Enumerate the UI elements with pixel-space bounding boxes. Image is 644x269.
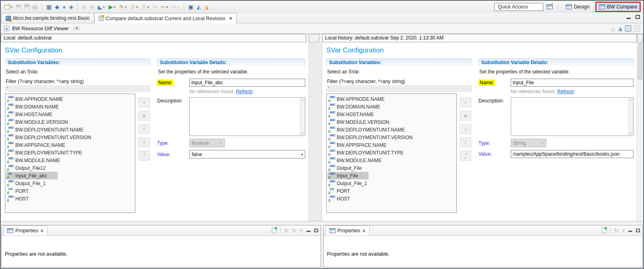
scroll-up-icon[interactable]: ▲ — [301, 98, 304, 101]
view-menu-icon[interactable]: ▽ — [622, 229, 625, 232]
maximize-icon[interactable] — [314, 229, 318, 232]
export-icon[interactable]: ⇧▼ — [140, 3, 151, 10]
chevron-down-icon[interactable]: ▼ — [73, 26, 81, 31]
design-ruler-icon[interactable]: ◣▼ — [97, 3, 107, 10]
scrollbar-thumb[interactable] — [638, 43, 642, 79]
move-up-button[interactable]: ⇧ — [460, 124, 471, 134]
svar-list-item[interactable]: ABCxBW.HOST.NAME — [327, 111, 384, 118]
svar-list-item[interactable]: ABCxBW.DOMAIN.NAME — [6, 103, 69, 111]
name-input[interactable] — [189, 79, 305, 87]
svar-list-item[interactable]: ABCxBW.DEPLOYMENTUNIT.VERSION — [327, 133, 423, 141]
svar-list-item[interactable]: ABCxBW.DOMAIN.NAME — [327, 103, 391, 111]
minimize-icon[interactable] — [628, 231, 632, 232]
new-properties-view-icon[interactable] — [602, 227, 607, 233]
new-wizard-icon[interactable]: ▼ — [3, 4, 14, 10]
deploy-icon[interactable]: ● — [61, 3, 67, 10]
svar-list-item[interactable]: ABCxBW.APPSPACE.NAME — [6, 141, 76, 149]
pin-property-view-icon[interactable]: ↻ — [284, 227, 289, 234]
tab-project[interactable]: tibco.bw.sample.binding.rest.Basic — [1, 13, 94, 23]
svar-list-item[interactable]: ABCxBW.APPSPACE.NAME — [327, 141, 397, 149]
svar-list-item[interactable]: 123xPORT — [327, 187, 360, 195]
module-settings-icon[interactable]: ◈ — [68, 3, 75, 10]
minimize-icon[interactable] — [626, 18, 631, 19]
close-tab-icon[interactable]: ✖ — [229, 16, 232, 21]
svar-list-item[interactable]: ABCxBW.APPNODE.NAME — [327, 95, 395, 103]
svar-list-item[interactable]: ABCxBW.DEPLOYMENTUNIT.TYPE — [327, 149, 414, 156]
filter-input[interactable]: * — [5, 85, 151, 92]
move-down-button[interactable]: ⇩ — [460, 138, 471, 147]
scroll-down-icon[interactable]: ▼ — [301, 132, 304, 135]
copy-current-change-icon[interactable]: ◮ — [618, 25, 622, 31]
minimize-icon[interactable] — [306, 231, 311, 232]
svar-list-item[interactable]: 123xPORT — [6, 187, 39, 195]
value-dropdown[interactable]: false▾ — [189, 150, 305, 158]
add-svar-button[interactable]: + — [460, 98, 471, 107]
scroll-down-icon[interactable]: ▼ — [629, 132, 632, 135]
show-categories-icon[interactable]: ↻ — [292, 227, 296, 234]
pin-property-view-icon[interactable]: ↻ — [614, 227, 619, 234]
svar-list-item[interactable]: ABCxOutput_File_1 — [6, 179, 56, 187]
svar-list-item[interactable]: ABCxBW.MODULE.NAME — [327, 156, 392, 164]
description-textarea[interactable]: ▲▼ — [189, 97, 305, 136]
compare-up-icon[interactable]: ◮ — [203, 3, 210, 10]
chevron-down-icon[interactable]: ▾ — [301, 152, 303, 156]
svar-list-item[interactable]: ABCxHOST — [327, 195, 360, 202]
move-down-button[interactable]: ⇩ — [139, 138, 150, 147]
close-tab-icon[interactable]: ✖ — [40, 229, 43, 233]
sort-az-button[interactable]: ↓az — [460, 151, 471, 161]
bw-perspective-icon[interactable]: ▦ — [45, 3, 53, 10]
bw-compare-perspective-button[interactable]: BW Compare — [596, 3, 640, 11]
filter-input[interactable]: * — [326, 85, 472, 92]
description-textarea[interactable]: ▲▼ — [511, 97, 634, 136]
svar-list-item[interactable]: ABCxBW.HOST.NAME — [6, 111, 63, 118]
refresh-link[interactable]: Refresh — [557, 89, 574, 94]
svar-list-item[interactable]: ABCxOutput_File_1 — [327, 179, 377, 187]
svar-list-item[interactable]: ABCxBW.MODULE.NAME — [6, 156, 70, 164]
debug-brush-icon[interactable]: ✎▼ — [118, 3, 128, 10]
svar-list-item[interactable]: ABCxBW.DEPLOYMENTUNIT.NAME — [327, 126, 415, 133]
vertical-scrollbar[interactable] — [637, 42, 643, 221]
tab-compare[interactable]: Compare default.substvar Current and Loc… — [94, 13, 237, 23]
move-up-button[interactable]: ⇧ — [139, 124, 150, 134]
tab-properties[interactable]: Properties ✖ — [325, 225, 370, 236]
maximize-icon[interactable] — [636, 229, 640, 232]
close-tab-icon[interactable]: ✖ — [362, 229, 365, 233]
quick-access-input[interactable]: Quick Access — [494, 3, 543, 11]
previous-difference-icon[interactable]: ⇧ — [634, 25, 640, 31]
build-module-icon[interactable]: ◆ — [54, 3, 60, 10]
name-input[interactable] — [511, 79, 634, 87]
svar-list-item[interactable]: ABCxBW.DEPLOYMENTUNIT.TYPE — [6, 149, 93, 156]
diff-viewer-selector[interactable]: X BW Resource Diff Viewer ▼ — [4, 26, 80, 31]
delete-svar-button[interactable]: ✖ — [460, 111, 471, 121]
tab-properties[interactable]: Properties ✖ — [3, 225, 48, 236]
svar-list-item[interactable]: ABCxBW.APPNODE.NAME — [6, 95, 74, 103]
svar-list[interactable]: ABCxBW.APPNODE.NAMEABCxBW.DOMAIN.NAMEABC… — [326, 94, 457, 213]
add-svar-button[interactable]: + — [139, 98, 150, 107]
scroll-up-icon[interactable]: ▲ — [629, 98, 632, 101]
refresh-link[interactable]: Refresh — [236, 89, 253, 94]
back-icon[interactable]: ⇦▼ — [159, 3, 170, 10]
compare-down-icon[interactable]: ◭ — [195, 3, 202, 10]
svar-list-item[interactable]: ABCxBW.DEPLOYMENTUNIT.NAME — [6, 126, 94, 133]
svar-list-item[interactable]: ABCxInput_File — [327, 172, 369, 179]
value-input[interactable] — [511, 150, 634, 158]
delete-svar-button[interactable]: ✖ — [139, 111, 150, 121]
maximize-icon[interactable] — [636, 15, 640, 19]
sash-divider[interactable] — [1, 221, 643, 225]
view-menu-icon[interactable]: ▽ — [300, 229, 302, 232]
svar-list-item[interactable]: ABCxBW.MODULE.VERSION — [6, 118, 79, 126]
open-perspective-icon[interactable] — [547, 4, 553, 9]
svar-list-item[interactable]: 1/0xInput_File_abc — [6, 172, 58, 179]
copy-all-changes-icon[interactable]: ◭ — [611, 25, 615, 31]
scrollbar[interactable]: ▲▼ — [628, 98, 633, 136]
run-icon[interactable]: ▶▼ — [107, 3, 117, 10]
new-properties-view-icon[interactable] — [272, 227, 277, 233]
svar-list-item[interactable]: ABCxHOST — [6, 195, 39, 202]
svar-list-item[interactable]: ABCxBW.MODULE.VERSION — [327, 118, 400, 126]
scrollbar[interactable]: ▲▼ — [300, 98, 305, 136]
sort-az-button[interactable]: ↓az — [139, 151, 150, 161]
svar-list-item[interactable]: ABCxOutput_File12 — [6, 164, 56, 172]
import-icon[interactable]: ⇩▼ — [129, 3, 140, 10]
next-difference-icon[interactable]: ⇩ — [625, 25, 631, 31]
svar-list-item[interactable]: ABCxBW.DEPLOYMENTUNIT.VERSION — [6, 133, 102, 141]
